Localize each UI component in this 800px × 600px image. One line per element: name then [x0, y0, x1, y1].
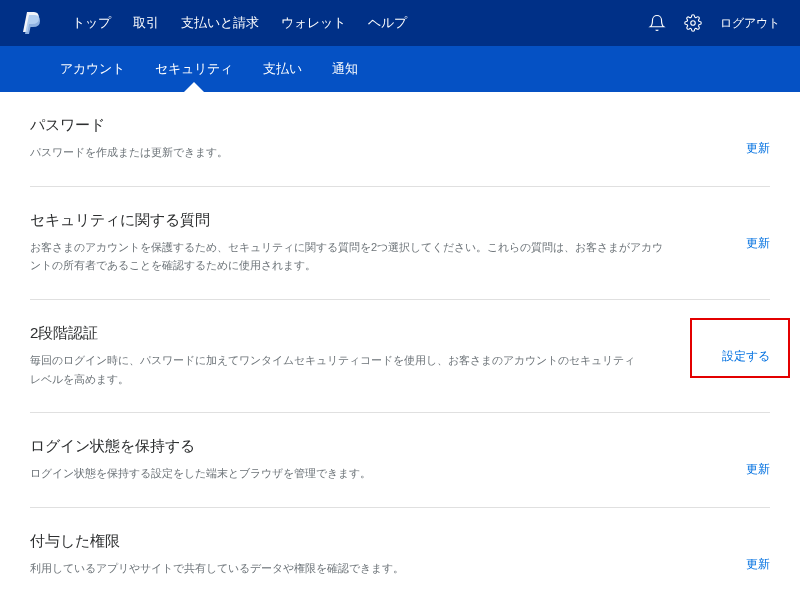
section-desc: 利用しているアプリやサイトで共有しているデータや権限を確認できます。: [30, 559, 666, 578]
update-password-link[interactable]: 更新: [746, 116, 770, 157]
svg-point-0: [691, 21, 696, 26]
paypal-logo-icon[interactable]: [20, 10, 42, 36]
header-top: トップ 取引 支払いと請求 ウォレット ヘルプ ログアウト: [0, 0, 800, 46]
gear-icon[interactable]: [684, 14, 702, 32]
tab-notifications[interactable]: 通知: [332, 60, 358, 78]
section-title: セキュリティに関する質問: [30, 211, 666, 230]
section-security-questions: セキュリティに関する質問 お客さまのアカウントを保護するため、セキュリティに関す…: [30, 187, 770, 300]
section-desc: 毎回のログイン時に、パスワードに加えてワンタイムセキュリティコードを使用し、お客…: [30, 351, 642, 388]
bell-icon[interactable]: [648, 14, 666, 32]
section-title: 2段階認証: [30, 324, 642, 343]
section-title: 付与した権限: [30, 532, 666, 551]
tab-security[interactable]: セキュリティ: [155, 60, 233, 78]
section-title: ログイン状態を保持する: [30, 437, 666, 456]
section-permissions: 付与した権限 利用しているアプリやサイトで共有しているデータや権限を確認できます…: [30, 508, 770, 600]
update-security-questions-link[interactable]: 更新: [746, 211, 770, 252]
section-stay-logged-in: ログイン状態を保持する ログイン状態を保持する設定をした端末とブラウザを管理でき…: [30, 413, 770, 508]
nav-help[interactable]: ヘルプ: [368, 14, 407, 32]
section-title: パスワード: [30, 116, 666, 135]
tab-payment[interactable]: 支払い: [263, 60, 302, 78]
setup-two-factor-link[interactable]: 設定する: [722, 324, 770, 365]
nav-top[interactable]: トップ: [72, 14, 111, 32]
nav-wallet[interactable]: ウォレット: [281, 14, 346, 32]
section-desc: ログイン状態を保持する設定をした端末とブラウザを管理できます。: [30, 464, 666, 483]
update-stay-logged-in-link[interactable]: 更新: [746, 437, 770, 478]
update-permissions-link[interactable]: 更新: [746, 532, 770, 573]
section-desc: お客さまのアカウントを保護するため、セキュリティに関する質問を2つ選択してくださ…: [30, 238, 666, 275]
header: トップ 取引 支払いと請求 ウォレット ヘルプ ログアウト アカウント: [0, 0, 800, 92]
section-desc: パスワードを作成または更新できます。: [30, 143, 666, 162]
section-password: パスワード パスワードを作成または更新できます。 更新: [30, 92, 770, 187]
nav-transactions[interactable]: 取引: [133, 14, 159, 32]
section-two-factor-auth: 2段階認証 毎回のログイン時に、パスワードに加えてワンタイムセキュリティコードを…: [30, 300, 770, 413]
nav-secondary: アカウント セキュリティ 支払い 通知: [0, 46, 800, 92]
logout-link[interactable]: ログアウト: [720, 15, 780, 32]
nav-primary: トップ 取引 支払いと請求 ウォレット ヘルプ: [72, 14, 648, 32]
content: パスワード パスワードを作成または更新できます。 更新 セキュリティに関する質問…: [0, 92, 800, 600]
tab-account[interactable]: アカウント: [60, 60, 125, 78]
nav-payments-billing[interactable]: 支払いと請求: [181, 14, 259, 32]
header-right: ログアウト: [648, 14, 780, 32]
